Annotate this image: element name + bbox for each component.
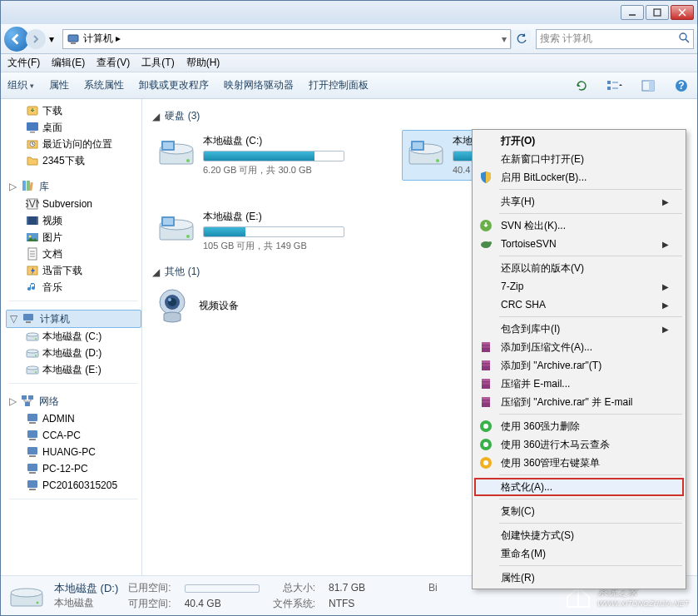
menu-item[interactable]: TortoiseSVN ▶ (474, 235, 684, 253)
menu-view[interactable]: 查看(V) (97, 56, 130, 70)
tool-control-panel[interactable]: 打开控制面板 (309, 78, 369, 92)
tree-item[interactable]: 本地磁盘 (E:) (6, 361, 141, 378)
drive-icon (9, 581, 44, 611)
svg-point-62 (186, 159, 190, 162)
minimize-button[interactable] (621, 5, 644, 20)
tree-group-computer[interactable]: ▽计算机 (6, 310, 141, 328)
menu-item[interactable]: 属性(R) (474, 569, 684, 587)
nav-history-dropdown[interactable]: ▾ (46, 33, 57, 45)
tool-uninstall[interactable]: 卸载或更改程序 (139, 78, 209, 92)
rar-icon (479, 340, 493, 354)
drive-item[interactable]: 本地磁盘 (E:) 105 GB 可用，共 149 GB (152, 206, 377, 256)
refresh-icon[interactable] (572, 77, 591, 95)
tree-item[interactable]: 视频 (6, 212, 141, 229)
maximize-button[interactable] (646, 5, 669, 20)
submenu-arrow-icon: ▶ (662, 325, 669, 334)
tree-item[interactable]: CCA-PC (6, 427, 141, 444)
menu-item[interactable]: 使用 360进行木马云查杀 (474, 435, 684, 454)
menu-item[interactable]: 共享(H) ▶ (474, 192, 684, 211)
menu-item[interactable]: 创建快捷方式(S) (474, 526, 684, 544)
menu-item[interactable]: 压缩到 "Archive.rar" 并 E-mail (474, 393, 684, 411)
help-button[interactable]: ? (672, 77, 691, 95)
breadcrumb[interactable]: 计算机 ▸ (83, 32, 502, 46)
drive-item[interactable]: 本地磁盘 (C:) 6.20 GB 可用，共 30.0 GB (152, 130, 377, 181)
tree-item[interactable]: 文档 (6, 246, 141, 262)
expand-icon[interactable]: ▷ (9, 181, 17, 192)
svg-rect-1 (654, 9, 661, 16)
tree-item[interactable]: 本地磁盘 (D:) (6, 345, 141, 361)
tree-group-network[interactable]: ▷网络 (6, 392, 141, 410)
organize-button[interactable]: 组织 (7, 78, 34, 92)
menu-item[interactable]: 添加到 "Archive.rar"(T) (474, 356, 684, 375)
tree-item-recent[interactable]: 最近访问的位置 (6, 136, 141, 152)
menu-item[interactable]: 压缩并 E-mail... (474, 375, 684, 393)
svg-rect-90 (482, 364, 490, 366)
tree-item[interactable]: 本地磁盘 (C:) (6, 328, 141, 345)
close-button[interactable] (671, 5, 694, 20)
menu-item[interactable]: 7-Zip ▶ (474, 277, 684, 296)
svg-rect-8 (607, 81, 611, 84)
group-header[interactable]: ◢ 硬盘 (3) (152, 109, 687, 123)
view-options-button[interactable] (606, 77, 624, 95)
menu-item[interactable]: 重命名(M) (474, 544, 684, 563)
menu-item[interactable]: 添加到压缩文件(A)... (474, 338, 684, 356)
tree-item[interactable]: HUANG-PC (6, 444, 141, 460)
drive-name: 本地磁盘 (C:) (203, 134, 373, 148)
menu-file[interactable]: 文件(F) (7, 56, 40, 70)
tool-properties[interactable]: 属性 (49, 78, 69, 92)
svg-rect-18 (30, 132, 35, 133)
toolbar: 组织 属性 系统属性 卸载或更改程序 映射网络驱动器 打开控制面板 ? (1, 72, 697, 99)
menu-item[interactable]: 在新窗口中打开(E) (474, 150, 684, 168)
drive-icon (26, 330, 39, 343)
menu-item[interactable]: 还原以前的版本(V) (474, 259, 684, 277)
video-icon (26, 214, 39, 227)
tree-item[interactable]: PC-12-PC (6, 460, 141, 477)
svg-rect-64 (163, 142, 173, 149)
drive-icon (406, 134, 446, 169)
refresh-button[interactable] (511, 30, 531, 48)
collapse-icon[interactable]: ◢ (152, 266, 162, 278)
menu-edit[interactable]: 编辑(E) (52, 56, 85, 70)
nav-forward-button[interactable] (26, 29, 46, 49)
tree-group-library[interactable]: ▷库 (6, 177, 141, 196)
svg-rect-53 (29, 439, 36, 440)
tree-item-download[interactable]: 下载 (6, 102, 141, 119)
download-icon (26, 104, 39, 117)
menu-item[interactable]: 使用 360管理右键菜单 (474, 454, 684, 472)
menu-item[interactable]: 复制(C) (474, 502, 684, 520)
search-input[interactable]: 搜索 计算机 (536, 29, 694, 49)
tree-item[interactable]: 音乐 (6, 279, 141, 296)
svg-point-30 (29, 236, 32, 238)
svg-rect-59 (29, 489, 36, 490)
sidebar: 下载桌面最近访问的位置2345下载▷库SVNSubversion视频图片文档迅雷… (1, 99, 142, 575)
svg-rect-4 (68, 35, 78, 42)
menu-item[interactable]: CRC SHA ▶ (474, 296, 684, 314)
tree-item[interactable]: 图片 (6, 229, 141, 246)
menu-tools[interactable]: 工具(T) (141, 56, 174, 70)
tree-item-folder[interactable]: 2345下载 (6, 152, 141, 169)
svg-rect-22 (27, 181, 30, 191)
tool-map-drive[interactable]: 映射网络驱动器 (224, 78, 294, 92)
menu-item[interactable]: 包含到库中(I) ▶ (474, 320, 684, 338)
svg-rect-52 (27, 430, 37, 438)
tree-item-desktop[interactable]: 桌面 (6, 119, 141, 136)
tool-system-properties[interactable]: 系统属性 (84, 78, 124, 92)
collapse-icon[interactable]: ◢ (152, 111, 162, 122)
menu-item[interactable]: 打开(O) (474, 132, 684, 150)
menu-item[interactable]: 启用 BitLocker(B)... (474, 168, 684, 186)
address-bar[interactable]: 计算机 ▸ ▾ (62, 29, 511, 49)
tree-item[interactable]: SVNSubversion (6, 196, 141, 212)
explorer-window: ▾ 计算机 ▸ ▾ 搜索 计算机 文件(F) 编辑(E) 查看(V) 工具(T)… (0, 0, 698, 616)
search-icon (678, 32, 690, 46)
menu-help[interactable]: 帮助(H) (186, 56, 220, 70)
tree-item[interactable]: ADMIN (6, 410, 141, 427)
tree-item[interactable]: PC20160315205 (6, 477, 141, 494)
tree-item[interactable]: 迅雷下载 (6, 262, 141, 279)
expand-icon[interactable]: ▽ (10, 313, 18, 325)
menu-item[interactable]: 格式化(A)... (474, 478, 684, 496)
menu-item[interactable]: 使用 360强力删除 (474, 417, 684, 435)
expand-icon[interactable]: ▷ (9, 395, 17, 407)
svg-line-7 (686, 39, 689, 42)
menu-item[interactable]: SVN 检出(K)... (474, 216, 684, 235)
preview-pane-button[interactable] (639, 77, 657, 95)
